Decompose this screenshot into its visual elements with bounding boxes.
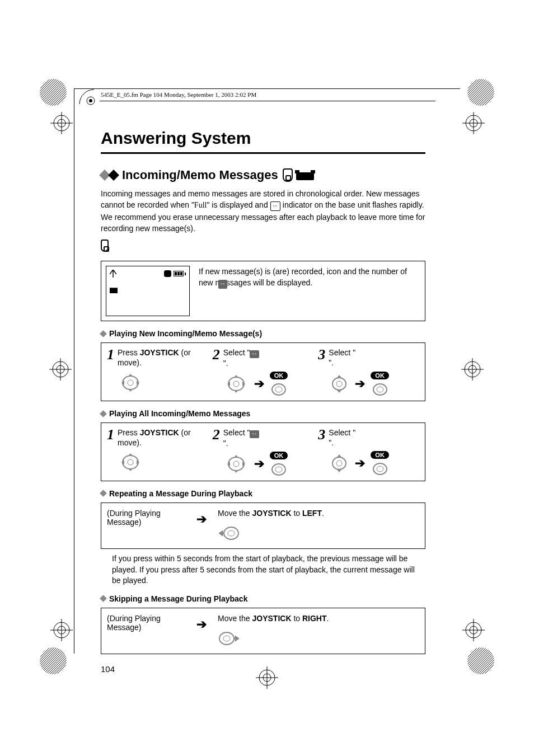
svg-point-2 — [40, 647, 67, 674]
skip-box: (During Playing Message) ➔ Move the JOYS… — [101, 608, 425, 654]
svg-point-55 — [373, 463, 387, 475]
repeat-note: If you press within 5 seconds from the s… — [112, 553, 425, 586]
svg-point-1 — [467, 79, 494, 106]
antenna-icon — [110, 270, 116, 278]
svg-point-60 — [219, 632, 234, 645]
svg-point-38 — [128, 380, 133, 386]
tape-indicator-icon: ◦◦ — [270, 201, 280, 211]
step1-text: Press JOYSTICK (or move). — [118, 428, 208, 448]
svg-point-0 — [40, 79, 67, 106]
step2-text: Select "◦◦". — [223, 428, 259, 448]
svg-point-61 — [223, 636, 230, 641]
svg-rect-34 — [296, 172, 314, 180]
svg-point-58 — [228, 530, 235, 536]
svg-point-43 — [332, 378, 346, 390]
svg-point-51 — [272, 464, 285, 475]
step3-text: Select "". — [329, 348, 355, 368]
section-bullets — [101, 171, 118, 179]
registration-mark-right-bot — [462, 619, 485, 641]
title-rule — [101, 152, 425, 154]
ok-button-label: OK — [270, 372, 288, 379]
subhead-repeat: Repeating a Message During Playback — [101, 489, 425, 498]
registration-hatched-tr — [467, 78, 495, 106]
step2-text: Select "◦◦". — [223, 348, 259, 368]
step3-text: Select "". — [329, 428, 355, 448]
joystick-right-icon — [218, 631, 240, 646]
handset-icon-small — [101, 240, 109, 252]
ok-button-label: OK — [371, 372, 389, 379]
battery-icon — [174, 271, 186, 276]
svg-point-41 — [272, 384, 285, 395]
joystick-updown-icon — [329, 452, 349, 475]
joystick-center-icon — [372, 462, 388, 476]
during-playing-label: (During Playing Message) — [107, 509, 185, 527]
section-icons — [283, 168, 315, 182]
corner-arc-icon — [78, 88, 95, 105]
envelope-icon — [110, 288, 118, 293]
intro-paragraph: Incoming messages and memo messages are … — [101, 188, 425, 234]
svg-point-53 — [332, 457, 346, 469]
during-playing-label: (During Playing Message) — [107, 614, 185, 632]
registration-mark-left — [50, 112, 73, 134]
step-number-2: 2 — [213, 348, 220, 362]
menu-indicator-icon — [164, 270, 171, 277]
joystick-center-icon — [372, 383, 388, 396]
step-number-1: 1 — [107, 428, 114, 442]
arrow-icon: ➔ — [196, 512, 207, 527]
tape-icon: ◦◦ — [250, 350, 259, 358]
svg-point-47 — [123, 456, 138, 469]
steps-play-new: 1 Press JOYSTICK (or move). 2 Select "◦◦… — [101, 342, 425, 401]
crop-line-top — [74, 88, 460, 89]
svg-point-56 — [377, 466, 383, 472]
svg-point-39 — [228, 377, 244, 391]
new-message-info-box: If new message(s) is (are) recorded, ico… — [101, 261, 425, 321]
registration-mark-right — [461, 358, 484, 381]
step1-text: Press JOYSTICK (or move). — [118, 348, 208, 368]
step-number-1: 1 — [107, 348, 114, 362]
joystick-updown-icon — [329, 373, 349, 395]
step-number-3: 3 — [318, 428, 325, 442]
joystick-icon — [224, 453, 249, 475]
svg-point-37 — [123, 376, 138, 389]
subhead-play-new: Playing New Incoming/Memo Message(s) — [101, 329, 425, 338]
joystick-center-icon — [271, 463, 287, 476]
svg-point-3 — [467, 647, 494, 674]
svg-point-46 — [377, 387, 383, 392]
svg-point-57 — [224, 527, 238, 539]
steps-play-all: 1 Press JOYSTICK (or move). 2 Select "◦◦… — [101, 422, 425, 481]
svg-point-50 — [233, 461, 239, 467]
svg-point-52 — [275, 467, 282, 472]
registration-hatched-tl — [39, 78, 67, 106]
registration-mark-left-mid — [49, 358, 72, 381]
ok-button-label: OK — [270, 452, 288, 459]
info-box-text: If new message(s) is (are) recorded, ico… — [199, 266, 420, 316]
page-number: 104 — [101, 664, 425, 674]
repeat-instruction: Move the JOYSTICK to LEFT. — [218, 509, 419, 518]
registration-hatched-br — [467, 647, 495, 675]
joystick-left-icon — [218, 525, 240, 541]
joystick-center-icon — [271, 383, 287, 396]
svg-point-48 — [128, 459, 133, 465]
tape-icon-inline: ◦◦ — [218, 280, 227, 288]
screen-mockup — [106, 266, 190, 316]
subhead-play-all: Playing All Incoming/Memo Messages — [101, 409, 425, 418]
arrow-icon: ➔ — [196, 617, 207, 632]
handset-icon — [283, 168, 293, 182]
arrow-icon: ➔ — [355, 456, 365, 471]
arrow-icon: ➔ — [254, 457, 264, 471]
joystick-icon — [118, 451, 143, 473]
registration-mark-right-top — [462, 112, 485, 134]
svg-point-33 — [89, 99, 92, 102]
skip-instruction: Move the JOYSTICK to RIGHT. — [218, 614, 419, 623]
repeat-box: (During Playing Message) ➔ Move the JOYS… — [101, 503, 425, 549]
step-number-2: 2 — [213, 428, 220, 442]
arrow-icon: ➔ — [254, 377, 264, 391]
svg-point-42 — [275, 387, 282, 392]
subhead-skip: Skipping a Message During Playback — [101, 594, 425, 603]
svg-point-49 — [228, 457, 244, 471]
tape-icon: ◦◦ — [250, 430, 259, 438]
svg-point-40 — [233, 381, 239, 387]
page-title: Answering System — [101, 129, 425, 148]
registration-mark-left2 — [50, 619, 73, 641]
ok-button-label: OK — [371, 451, 389, 459]
